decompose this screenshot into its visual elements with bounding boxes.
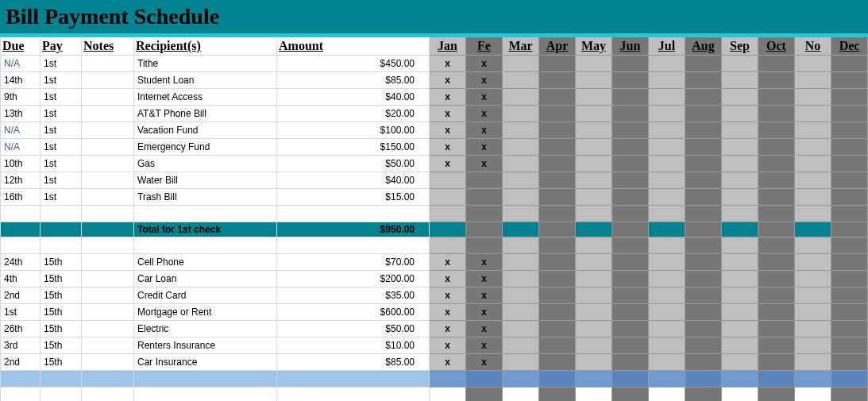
- notes-cell[interactable]: [82, 139, 134, 156]
- month-cell[interactable]: [795, 271, 831, 287]
- month-cell[interactable]: x: [430, 337, 466, 354]
- month-cell[interactable]: [831, 287, 868, 304]
- month-cell[interactable]: [503, 89, 539, 106]
- month-cell[interactable]: [685, 56, 722, 72]
- month-cell[interactable]: [685, 337, 722, 354]
- month-cell[interactable]: [722, 337, 758, 354]
- month-cell[interactable]: [503, 172, 539, 189]
- month-cell[interactable]: [430, 189, 466, 206]
- month-cell[interactable]: [430, 206, 466, 222]
- month-cell[interactable]: [722, 89, 758, 106]
- pay-cell[interactable]: 1st: [41, 139, 82, 156]
- bill-schedule-table[interactable]: Bill Payment Schedule Due Pay Notes Reci…: [0, 0, 868, 401]
- month-cell[interactable]: [539, 72, 576, 89]
- month-cell[interactable]: [576, 371, 612, 388]
- month-cell[interactable]: [649, 321, 685, 337]
- amount-cell[interactable]: $450.00: [277, 56, 430, 72]
- month-cell[interactable]: [612, 89, 649, 106]
- month-cell[interactable]: [649, 139, 685, 156]
- month-cell[interactable]: [722, 388, 758, 402]
- month-cell[interactable]: [795, 354, 831, 371]
- month-cell[interactable]: [795, 172, 831, 189]
- table-row[interactable]: [1, 388, 868, 402]
- notes-cell[interactable]: [82, 156, 134, 172]
- month-cell[interactable]: [758, 304, 795, 321]
- pay-cell[interactable]: 15th: [41, 271, 82, 287]
- month-cell[interactable]: [758, 337, 795, 354]
- month-cell[interactable]: [503, 122, 539, 139]
- month-cell[interactable]: x: [466, 156, 503, 172]
- month-cell[interactable]: [539, 106, 576, 122]
- month-cell[interactable]: [612, 122, 649, 139]
- month-cell[interactable]: [430, 172, 466, 189]
- month-cell[interactable]: [831, 388, 868, 402]
- month-cell[interactable]: [466, 237, 503, 254]
- month-cell[interactable]: [758, 106, 795, 122]
- month-cell[interactable]: [758, 122, 795, 139]
- month-cell[interactable]: [649, 222, 685, 237]
- month-cell[interactable]: [722, 254, 758, 271]
- month-cell[interactable]: [612, 321, 649, 337]
- due-cell[interactable]: 2nd: [1, 354, 41, 371]
- month-cell[interactable]: [722, 189, 758, 206]
- month-cell[interactable]: [539, 222, 576, 237]
- month-cell[interactable]: [722, 271, 758, 287]
- due-cell[interactable]: 4th: [1, 271, 41, 287]
- month-cell[interactable]: [539, 139, 576, 156]
- month-cell[interactable]: [649, 337, 685, 354]
- amount-cell[interactable]: $40.00: [277, 89, 430, 106]
- month-cell[interactable]: [612, 254, 649, 271]
- month-cell[interactable]: [649, 89, 685, 106]
- month-cell[interactable]: x: [466, 122, 503, 139]
- recipient-cell[interactable]: Electric: [134, 321, 277, 337]
- month-cell[interactable]: x: [430, 156, 466, 172]
- month-cell[interactable]: [831, 354, 868, 371]
- month-cell[interactable]: [649, 287, 685, 304]
- month-cell[interactable]: x: [466, 271, 503, 287]
- pay-cell[interactable]: 1st: [41, 56, 82, 72]
- month-cell[interactable]: [539, 122, 576, 139]
- month-cell[interactable]: [466, 189, 503, 206]
- recipient-cell[interactable]: Internet Access: [134, 89, 277, 106]
- due-cell[interactable]: 10th: [1, 156, 41, 172]
- month-cell[interactable]: [539, 254, 576, 271]
- month-cell[interactable]: [722, 172, 758, 189]
- month-cell[interactable]: [430, 237, 466, 254]
- month-cell[interactable]: [722, 371, 758, 388]
- month-cell[interactable]: [430, 371, 466, 388]
- due-cell[interactable]: N/A: [1, 56, 41, 72]
- recipient-cell[interactable]: Emergency Fund: [134, 139, 277, 156]
- month-cell[interactable]: [539, 206, 576, 222]
- month-cell[interactable]: [576, 89, 612, 106]
- month-cell[interactable]: [795, 337, 831, 354]
- month-cell[interactable]: [576, 254, 612, 271]
- month-cell[interactable]: x: [466, 89, 503, 106]
- month-cell[interactable]: [722, 56, 758, 72]
- month-cell[interactable]: x: [430, 304, 466, 321]
- month-cell[interactable]: [576, 189, 612, 206]
- month-cell[interactable]: [685, 156, 722, 172]
- month-cell[interactable]: [831, 337, 868, 354]
- month-cell[interactable]: [649, 388, 685, 402]
- month-cell[interactable]: [612, 371, 649, 388]
- month-cell[interactable]: [539, 156, 576, 172]
- month-cell[interactable]: [722, 106, 758, 122]
- table-row[interactable]: N/A1stVacation Fund$100.00xx: [1, 122, 868, 139]
- month-cell[interactable]: [758, 89, 795, 106]
- month-cell[interactable]: x: [430, 139, 466, 156]
- month-cell[interactable]: [612, 139, 649, 156]
- month-cell[interactable]: [649, 72, 685, 89]
- month-cell[interactable]: x: [430, 56, 466, 72]
- recipient-cell[interactable]: Vacation Fund: [134, 122, 277, 139]
- month-cell[interactable]: [612, 56, 649, 72]
- table-row[interactable]: 13th1stAT&T Phone Bill$20.00xx: [1, 106, 868, 122]
- table-row[interactable]: 24th15thCell Phone$70.00xx: [1, 254, 868, 271]
- month-cell[interactable]: [758, 139, 795, 156]
- month-cell[interactable]: [576, 337, 612, 354]
- month-cell[interactable]: [722, 287, 758, 304]
- month-cell[interactable]: [503, 287, 539, 304]
- month-cell[interactable]: [831, 122, 868, 139]
- month-cell[interactable]: x: [430, 287, 466, 304]
- due-cell[interactable]: 3rd: [1, 337, 41, 354]
- month-cell[interactable]: [576, 56, 612, 72]
